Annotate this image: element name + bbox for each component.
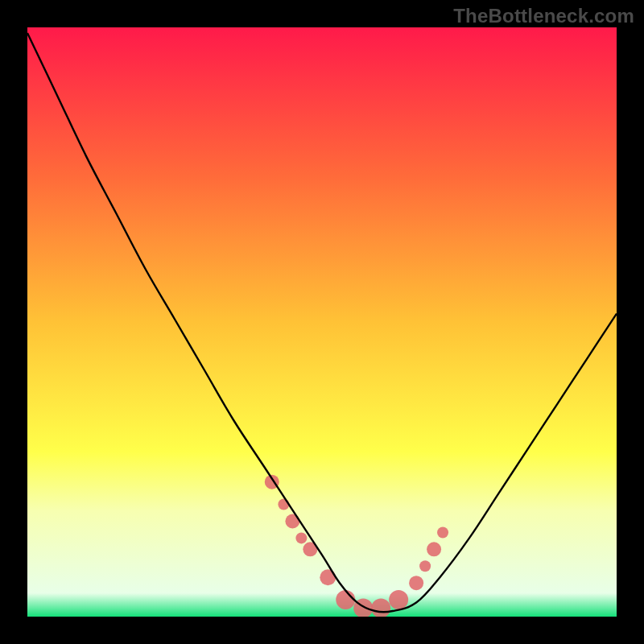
gradient-background (27, 27, 617, 617)
chart-frame: TheBottleneck.com (0, 0, 644, 644)
watermark-text: TheBottleneck.com (453, 5, 634, 27)
highlight-dot (437, 526, 448, 538)
highlight-dot (389, 590, 408, 609)
highlight-dot (320, 569, 336, 585)
highlight-dot (409, 576, 423, 590)
highlight-dot (278, 499, 289, 510)
highlight-dot (336, 590, 355, 609)
highlight-dot (419, 560, 431, 572)
highlight-dot (295, 532, 307, 543)
plot-area (27, 27, 617, 617)
highlight-dot (427, 542, 441, 556)
chart-svg (27, 27, 617, 617)
